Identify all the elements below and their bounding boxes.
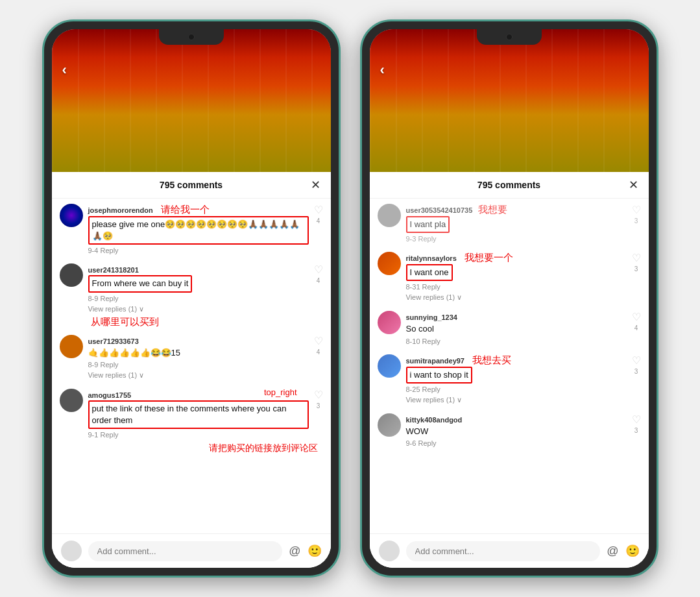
video-area-right: ‹ [370,29,649,172]
view-replies[interactable]: View replies (1) ∨ [406,293,627,302]
view-replies[interactable]: View replies (1) ∨ [88,305,309,313]
close-button-right[interactable]: ✕ [629,178,638,192]
comment-username: kittyk408andgod [406,416,463,424]
comment-username: amogus1755 [88,391,132,399]
comment-meta: 8-31 Reply [406,283,627,291]
comment-input-left[interactable] [88,541,283,561]
avatar [378,204,401,227]
view-replies[interactable]: View replies (1) ∨ [406,396,627,404]
back-button-left[interactable]: ‹ [62,62,67,79]
comments-list-left[interactable]: josephmororendon 请给我一个 please give me on… [52,199,331,533]
comment-item: josephmororendon 请给我一个 please give me on… [60,204,323,254]
input-avatar-left [61,541,82,561]
comment-content: kittyk408andgod WOW 9-6 Reply [406,413,627,447]
heart-icon: ♡ [314,389,323,401]
screen-left: ‹ 795 comments ✕ josephmororendon 请给我一个 [52,29,331,568]
like-count: 4 [317,217,320,225]
comment-meta: 8-9 Reply [88,361,309,369]
comment-meta: 8-10 Reply [406,337,627,345]
comment-username: josephmororendon [88,206,153,214]
like-button[interactable]: ♡ 3 [314,389,323,439]
camera-right [506,34,513,40]
comment-text: put the link of these in the comments wh… [88,400,309,429]
comments-panel-right: 795 comments ✕ user3053542410735 我想要 I w… [370,172,649,568]
like-count: 4 [317,277,320,284]
avatar [60,335,83,358]
like-count: 4 [317,348,320,356]
comment-meta: 9-6 Reply [406,439,627,447]
comments-title-left: 795 comments [160,180,223,190]
comment-item: ritalynnsaylors 我想要一个 I want one 8-31 Re… [378,252,641,302]
phone-right: ‹ 795 comments ✕ user3053542410735 我想要 [360,19,658,578]
comment-meta: 9-4 Reply [88,247,309,254]
at-icon-left[interactable]: @ [289,544,300,558]
avatar [378,311,401,334]
comments-header-right: 795 comments ✕ [370,172,649,199]
like-button[interactable]: ♡ 3 [632,413,641,447]
comments-panel-left: 795 comments ✕ josephmororendon 请给我一个 pl… [52,172,331,568]
comment-item-wrapper: top_right amogus1755 put the link of the… [60,389,323,454]
comment-content: user241318201 From where we can buy it 8… [88,263,309,313]
comments-title-right: 795 comments [477,180,540,190]
comment-input-right[interactable] [406,541,601,561]
partial-comment-item: user3053542410735 我想要 I want pla 9-3 Rep… [378,204,641,243]
input-avatar-right [379,541,400,561]
like-button[interactable]: ♡ 3 [632,204,641,243]
avatar [60,389,83,412]
avatar [378,252,401,275]
phone-left: ‹ 795 comments ✕ josephmororendon 请给我一个 [42,19,341,578]
notch-left [159,29,224,45]
like-button[interactable]: ♡ 4 [314,335,323,380]
comment-username: ritalynnsaylors [406,254,457,262]
like-button[interactable]: ♡ 3 [632,252,641,302]
avatar [378,354,401,378]
back-button-right[interactable]: ‹ [380,62,385,79]
like-count: 3 [634,217,638,225]
camera-left [188,34,195,40]
comment-meta: 8-25 Reply [406,385,627,393]
comment-content: sumitrapandey97 我想去买 i want to shop it 8… [406,354,627,404]
heart-icon: ♡ [632,252,641,264]
like-count: 3 [634,368,638,375]
chinese-annotation-float: 请把购买的链接放到评论区 [60,443,318,454]
comment-meta: 9-1 Reply [88,431,309,439]
like-button[interactable]: ♡ 4 [314,204,323,254]
chinese-annotation: 我想要 [478,204,507,215]
emoji-icon-left[interactable]: 🙂 [308,544,322,558]
notch-right [477,29,542,45]
emoji-icon-right[interactable]: 🙂 [625,544,640,558]
comment-item: user241318201 From where we can buy it 8… [60,263,323,313]
comment-text: 🤙👍👍👍👍👍😂😂15 [88,348,180,358]
avatar [378,413,401,437]
comment-username: sumitrapandey97 [406,357,465,365]
like-count: 3 [634,427,638,434]
comments-header-left: 795 comments ✕ [52,172,331,199]
heart-icon: ♡ [314,204,323,216]
heart-icon: ♡ [632,354,641,367]
chinese-annotation: 请给我一个 [161,204,210,216]
at-icon-right[interactable]: @ [607,544,618,558]
comment-username: user3053542410735 [406,206,473,214]
view-replies[interactable]: View replies (1) ∨ [88,371,309,380]
like-button[interactable]: ♡ 4 [314,263,323,313]
avatar [60,204,83,227]
comment-meta: 8-9 Reply [88,295,309,302]
comment-username: sunnying_1234 [406,313,457,321]
comment-item: sumitrapandey97 我想去买 i want to shop it 8… [378,354,641,404]
like-button[interactable]: ♡ 4 [632,311,641,345]
comment-text: WOW [406,426,429,436]
comments-list-right[interactable]: user3053542410735 我想要 I want pla 9-3 Rep… [370,199,649,533]
comment-text: I want one [406,264,453,281]
close-button-left[interactable]: ✕ [311,178,320,192]
comment-input-bar-right: @ 🙂 [370,533,649,568]
screen-right: ‹ 795 comments ✕ user3053542410735 我想要 [370,29,649,568]
comment-content: sunnying_1234 So cool 8-10 Reply [406,311,627,345]
comment-text: From where we can buy it [88,275,193,292]
chinese-annotation: 我想要一个 [465,252,513,264]
comment-content: josephmororendon 请给我一个 please give me on… [88,204,309,254]
comment-text: I want pla [406,216,450,233]
comment-input-bar-left: @ 🙂 [52,533,331,568]
like-button[interactable]: ♡ 3 [632,354,641,404]
comment-item: kittyk408andgod WOW 9-6 Reply ♡ 3 [378,413,641,447]
comment-text: So cool [406,324,434,334]
